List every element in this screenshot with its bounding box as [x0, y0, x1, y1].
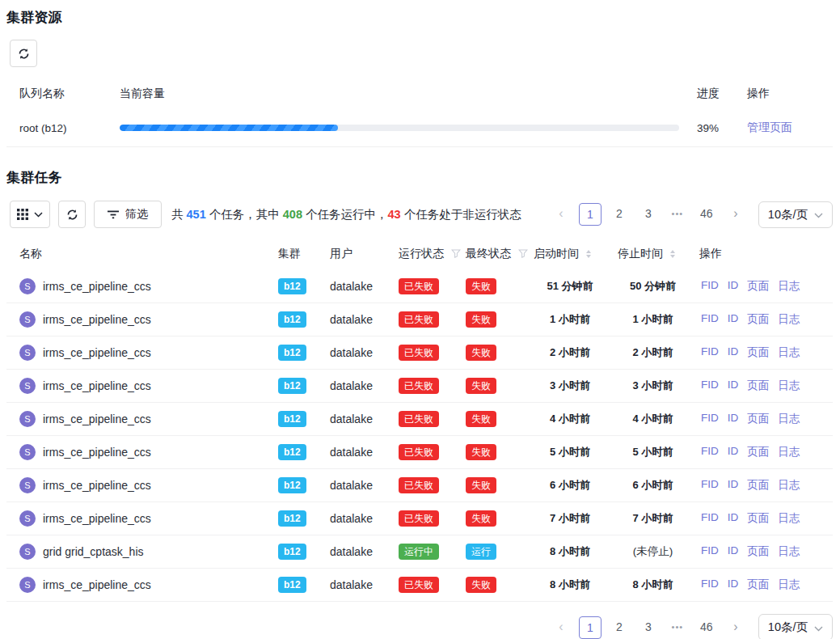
stop-time: (未停止) — [618, 544, 699, 559]
action-link[interactable]: 页面 — [747, 279, 769, 294]
tasks-refresh-button[interactable] — [58, 201, 86, 228]
filter-button[interactable]: 筛选 — [94, 201, 162, 228]
action-link[interactable]: ID — [728, 345, 739, 360]
start-time: 8 小时前 — [534, 578, 618, 592]
action-link[interactable]: 页面 — [747, 511, 769, 526]
resources-table: 队列名称 当前容量 进度 操作 root (b12) 39% 管理页面 — [6, 78, 833, 147]
page-3[interactable]: 3 — [637, 203, 660, 226]
sort-icon[interactable] — [586, 250, 591, 258]
page-size-value: 10条/页 — [768, 620, 808, 635]
cluster-badge: b12 — [278, 411, 306, 427]
action-link[interactable]: 日志 — [778, 445, 800, 459]
task-name: irms_ce_pipeline_ccs — [43, 313, 151, 326]
running-count: 408 — [283, 208, 302, 221]
action-link[interactable]: FID — [701, 379, 719, 393]
sort-icon[interactable] — [670, 250, 675, 258]
action-link[interactable]: 日志 — [778, 279, 800, 294]
page-2[interactable]: 2 — [608, 616, 631, 639]
cluster-badge: b12 — [278, 477, 306, 493]
action-link[interactable]: FID — [701, 345, 719, 360]
action-link[interactable]: 页面 — [747, 544, 769, 559]
action-link[interactable]: 日志 — [778, 345, 800, 360]
table-row: S irms_ce_pipeline_ccs b12 datalake 已失败 … — [6, 270, 833, 303]
action-link[interactable]: ID — [728, 445, 739, 459]
page-ellipsis[interactable]: ••• — [666, 616, 689, 639]
col-run-status[interactable]: 运行状态 — [399, 247, 466, 261]
start-time: 6 小时前 — [534, 478, 618, 493]
page-46[interactable]: 46 — [695, 616, 718, 639]
page-size-select[interactable]: 10条/页 — [758, 201, 833, 228]
filter-funnel-icon[interactable] — [451, 248, 461, 260]
prev-page-button: ‹ — [550, 616, 572, 639]
task-name: irms_ce_pipeline_ccs — [43, 379, 151, 392]
cluster-badge: b12 — [278, 278, 306, 294]
action-link[interactable]: FID — [701, 578, 719, 592]
page-3[interactable]: 3 — [637, 616, 660, 639]
action-link[interactable]: ID — [728, 379, 739, 393]
final-status-badge: 失败 — [466, 477, 496, 493]
row-actions: FIDID页面日志 — [699, 345, 833, 360]
tasks-summary: 共 451 个任务，其中 408 个任务运行中，43 个任务处于非运行状态 — [171, 207, 521, 222]
page-1[interactable]: 1 — [579, 616, 602, 639]
run-status-badge: 已失败 — [399, 510, 439, 527]
column-layout-button[interactable] — [10, 201, 50, 228]
action-link[interactable]: ID — [728, 478, 739, 493]
chevron-down-icon — [814, 621, 823, 634]
action-link[interactable]: 页面 — [747, 445, 769, 459]
col-progress: 进度 — [697, 87, 747, 101]
page-2[interactable]: 2 — [608, 203, 631, 226]
action-link[interactable]: 日志 — [778, 578, 800, 592]
action-link[interactable]: FID — [701, 279, 719, 294]
user-name: datalake — [330, 413, 399, 425]
filter-funnel-icon[interactable] — [518, 248, 528, 260]
page-46[interactable]: 46 — [695, 203, 718, 226]
action-link[interactable]: 日志 — [778, 379, 800, 393]
row-actions: FIDID页面日志 — [699, 412, 833, 426]
action-link[interactable]: ID — [728, 412, 739, 426]
action-link[interactable]: FID — [701, 544, 719, 559]
action-link[interactable]: 页面 — [747, 379, 769, 393]
row-actions: FIDID页面日志 — [699, 445, 833, 459]
page-1[interactable]: 1 — [579, 203, 602, 226]
action-link[interactable]: ID — [728, 544, 739, 559]
manage-page-link[interactable]: 管理页面 — [747, 121, 792, 133]
page-size-value: 10条/页 — [768, 207, 808, 222]
cluster-badge: b12 — [278, 345, 306, 361]
stop-time: 8 小时前 — [618, 578, 699, 592]
action-link[interactable]: FID — [701, 312, 719, 327]
page-ellipsis[interactable]: ••• — [666, 203, 689, 226]
table-row: S irms_ce_pipeline_ccs b12 datalake 已失败 … — [6, 436, 833, 469]
action-link[interactable]: 日志 — [778, 544, 800, 559]
action-link[interactable]: ID — [728, 578, 739, 592]
action-link[interactable]: ID — [728, 279, 739, 294]
page-size-select[interactable]: 10条/页 — [758, 614, 833, 639]
action-link[interactable]: FID — [701, 412, 719, 426]
action-link[interactable]: FID — [701, 511, 719, 526]
action-link[interactable]: FID — [701, 445, 719, 459]
col-final-status[interactable]: 最终状态 — [466, 247, 534, 261]
action-link[interactable]: ID — [728, 312, 739, 327]
action-link[interactable]: FID — [701, 478, 719, 493]
final-status-badge: 运行 — [466, 544, 496, 560]
next-page-button[interactable]: › — [724, 203, 747, 226]
action-link[interactable]: 日志 — [778, 412, 800, 426]
resources-refresh-button[interactable] — [10, 40, 37, 67]
col-cluster: 集群 — [278, 247, 330, 261]
action-link[interactable]: 页面 — [747, 312, 769, 327]
action-link[interactable]: 页面 — [747, 345, 769, 360]
action-link[interactable]: ID — [728, 511, 739, 526]
next-page-button[interactable]: › — [724, 616, 747, 639]
capacity-cell — [120, 125, 697, 131]
col-stop-time[interactable]: 停止时间 — [618, 247, 699, 261]
action-link[interactable]: 日志 — [778, 312, 800, 327]
avatar: S — [19, 544, 36, 560]
stop-time: 2 小时前 — [618, 345, 699, 360]
run-status-badge: 已失败 — [399, 311, 439, 328]
action-link[interactable]: 日志 — [778, 478, 800, 493]
col-start-time[interactable]: 启动时间 — [534, 247, 618, 261]
action-link[interactable]: 日志 — [778, 511, 800, 526]
action-link[interactable]: 页面 — [747, 412, 769, 426]
non-running-count: 43 — [388, 208, 401, 221]
action-link[interactable]: 页面 — [747, 578, 769, 592]
action-link[interactable]: 页面 — [747, 478, 769, 493]
